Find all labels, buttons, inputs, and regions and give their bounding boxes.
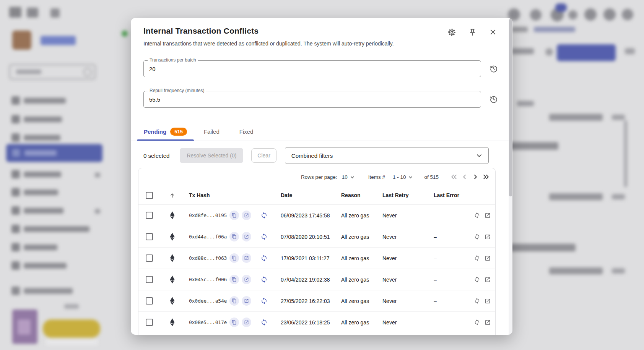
row-refresh-button[interactable] (474, 319, 480, 326)
row-date: 17/09/2021 03:11:27 (281, 255, 341, 261)
tab-failed[interactable]: Failed (194, 122, 229, 141)
row-open-button[interactable] (485, 298, 491, 304)
pending-count-badge: 515 (170, 128, 187, 136)
row-last-retry: Never (382, 234, 434, 240)
open-in-new-icon (244, 234, 249, 239)
combined-filters-select[interactable]: Combined filters (285, 147, 489, 164)
scrollbar-thumb[interactable] (509, 19, 512, 196)
settings-button[interactable] (447, 27, 457, 37)
copy-hash-button[interactable] (229, 211, 239, 220)
field-row: Transactions per batch (143, 60, 512, 77)
sync-icon (474, 298, 480, 304)
row-open-button[interactable] (485, 212, 491, 219)
dialog-scrollbar[interactable] (509, 18, 512, 335)
row-open-button[interactable] (485, 255, 491, 261)
clear-button[interactable]: Clear (251, 148, 276, 163)
open-tx-button[interactable] (242, 232, 251, 241)
total-items: of 515 (424, 174, 439, 180)
last-page-button[interactable] (481, 172, 491, 182)
column-header-last-error[interactable]: Last Error (434, 192, 474, 198)
open-in-new-icon (244, 213, 249, 218)
row-open-button[interactable] (485, 276, 491, 283)
double-chevron-right-icon (482, 173, 490, 181)
row-checkbox[interactable] (146, 233, 153, 240)
rows-per-page-select[interactable]: 10 (342, 174, 355, 180)
sync-icon (474, 319, 480, 326)
gear-icon (447, 28, 456, 37)
retry-transaction-button[interactable] (260, 212, 268, 219)
tab-fixed[interactable]: Fixed (229, 122, 263, 141)
select-all-checkbox[interactable] (146, 192, 153, 199)
row-open-button[interactable] (485, 233, 491, 240)
copy-icon (232, 256, 237, 261)
row-checkbox[interactable] (146, 297, 153, 305)
row-refresh-button[interactable] (474, 276, 480, 283)
row-checkbox[interactable] (146, 212, 153, 219)
copy-hash-button[interactable] (229, 275, 239, 284)
sync-icon (260, 276, 268, 283)
transactions-per-batch-input[interactable] (144, 61, 481, 77)
copy-hash-button[interactable] (229, 232, 239, 241)
history-button[interactable] (489, 64, 499, 74)
history-icon (489, 64, 498, 73)
table-row: 0xd8fe...0195 06/09/2023 17:45:58 All ze… (138, 205, 495, 226)
row-tx-hash: 0xd44a...f06a (189, 234, 227, 240)
row-checkbox[interactable] (146, 254, 153, 262)
column-header-date[interactable]: Date (281, 192, 341, 198)
column-header-tx-hash[interactable]: Tx Hash (184, 192, 281, 198)
tab-pending[interactable]: Pending 515 (137, 122, 194, 141)
resolve-selected-button[interactable]: Resolve Selected (0) (180, 148, 243, 163)
retry-transaction-button[interactable] (260, 276, 268, 283)
history-icon (489, 95, 498, 104)
row-checkbox[interactable] (146, 276, 153, 283)
close-button[interactable] (488, 27, 498, 37)
dialog-subtitle: Internal transactions that were detected… (131, 37, 512, 47)
chevron-left-icon (461, 173, 468, 181)
column-header-reason[interactable]: Reason (341, 192, 382, 198)
first-page-button[interactable] (449, 172, 459, 182)
open-tx-button[interactable] (242, 296, 251, 306)
open-tx-button[interactable] (242, 211, 251, 220)
row-tx-hash: 0xd8fe...0195 (189, 212, 227, 218)
rows-per-page-value: 10 (342, 174, 348, 180)
copy-hash-button[interactable] (229, 318, 239, 327)
row-last-retry: Never (382, 277, 434, 283)
dialog-header: Internal Transaction Conflicts (131, 18, 512, 37)
copy-hash-button[interactable] (229, 296, 239, 306)
repull-frequency-field: Repull frequency (minutes) (143, 91, 481, 108)
retry-transaction-button[interactable] (260, 319, 268, 326)
repull-frequency-input[interactable] (144, 91, 481, 107)
filter-select-value: Combined filters (291, 152, 475, 159)
history-button[interactable] (489, 94, 499, 104)
open-in-new-icon (244, 320, 249, 325)
row-last-retry: Never (382, 212, 434, 219)
sort-ascending-icon[interactable] (169, 192, 176, 199)
retry-transaction-button[interactable] (260, 254, 268, 262)
copy-hash-button[interactable] (229, 253, 239, 263)
row-checkbox[interactable] (146, 319, 153, 326)
table-row: 0x0dee...a54e 27/05/2022 16:22:03 All ze… (138, 290, 495, 312)
items-range-select[interactable]: 1 - 10 (393, 174, 414, 180)
ethereum-icon (170, 275, 175, 284)
row-refresh-button[interactable] (474, 212, 480, 219)
row-refresh-button[interactable] (474, 255, 480, 261)
row-refresh-button[interactable] (474, 298, 480, 304)
row-tx-hash: 0xd88c...f063 (189, 255, 227, 261)
pin-button[interactable] (467, 27, 477, 37)
field-label: Transactions per batch (148, 57, 198, 63)
row-open-button[interactable] (485, 319, 491, 326)
retry-transaction-button[interactable] (260, 233, 268, 240)
open-in-new-icon (485, 298, 491, 304)
retry-transaction-button[interactable] (260, 297, 268, 305)
selection-toolbar: 0 selected Resolve Selected (0) Clear Co… (131, 147, 512, 164)
row-reason: All zero gas (341, 234, 382, 240)
next-page-button[interactable] (470, 172, 481, 182)
transactions-per-batch-field: Transactions per batch (143, 60, 481, 77)
previous-page-button[interactable] (459, 172, 470, 182)
open-tx-button[interactable] (242, 275, 251, 284)
row-refresh-button[interactable] (474, 233, 480, 240)
column-header-last-retry[interactable]: Last Retry (382, 192, 434, 198)
chevron-right-icon (472, 173, 479, 181)
open-tx-button[interactable] (242, 318, 251, 327)
open-tx-button[interactable] (242, 253, 251, 263)
